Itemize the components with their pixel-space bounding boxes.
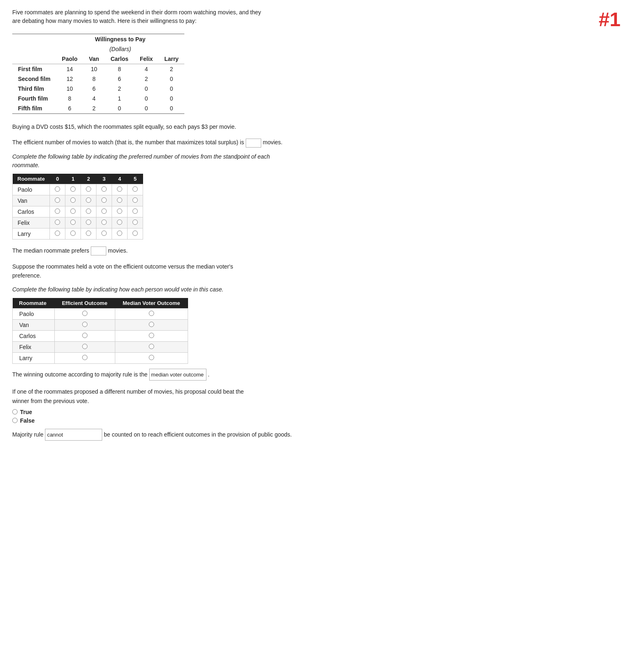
- vote-row-name: Larry: [13, 352, 55, 363]
- vote-cell[interactable]: [54, 319, 115, 330]
- radio-cell[interactable]: [112, 184, 128, 195]
- roommate-radio-Carlos-0[interactable]: [55, 208, 60, 214]
- radio-cell[interactable]: [112, 206, 128, 217]
- roommate-radio-Van-2[interactable]: [86, 197, 91, 203]
- roommate-radio-Carlos-2[interactable]: [86, 208, 91, 214]
- radio-cell[interactable]: [50, 228, 65, 239]
- roommate-radio-Paolo-4[interactable]: [117, 186, 122, 192]
- roommate-radio-Larry-5[interactable]: [132, 231, 138, 236]
- majority-dropdown-wrapper[interactable]: cannot can cannot: [45, 429, 102, 441]
- radio-col-header: 1: [65, 174, 81, 184]
- roommate-radio-Paolo-3[interactable]: [101, 186, 107, 192]
- radio-cell[interactable]: [81, 228, 96, 239]
- roommate-radio-Larry-1[interactable]: [70, 231, 76, 236]
- vote-cell[interactable]: [115, 341, 188, 352]
- vote-radio-Carlos-median[interactable]: [149, 333, 154, 338]
- radio-cell[interactable]: [96, 184, 112, 195]
- radio-cell[interactable]: [65, 195, 81, 206]
- roommate-radio-Carlos-3[interactable]: [101, 208, 107, 214]
- wtp-tbody: First film1410842Second film128620Third …: [12, 64, 184, 114]
- radio-cell[interactable]: [65, 217, 81, 228]
- winning-dropdown-wrapper[interactable]: median voter outcome efficient outcome m…: [149, 369, 206, 381]
- roommate-radio-Felix-4[interactable]: [117, 220, 122, 225]
- vote-radio-Carlos-efficient[interactable]: [82, 333, 87, 338]
- roommate-radio-Van-4[interactable]: [117, 197, 122, 203]
- efficient-input[interactable]: [246, 139, 261, 148]
- roommate-radio-Van-3[interactable]: [101, 197, 107, 203]
- radio-cell[interactable]: [65, 206, 81, 217]
- radio-cell[interactable]: [96, 228, 112, 239]
- roommate-radio-Larry-4[interactable]: [117, 231, 122, 236]
- wtp-header-main: Willingness to Pay: [56, 34, 184, 44]
- radio-cell[interactable]: [128, 228, 143, 239]
- roommate-radio-Van-5[interactable]: [132, 197, 138, 203]
- wtp-header-sub: (Dollars): [56, 44, 184, 54]
- false-radio[interactable]: [12, 418, 18, 423]
- vote-cell[interactable]: [115, 319, 188, 330]
- majority-dropdown[interactable]: cannot: [45, 429, 102, 441]
- vote-cell[interactable]: [115, 330, 188, 341]
- vote-radio-Larry-median[interactable]: [149, 355, 154, 360]
- intro-line1: Five roommates are planning to spend the…: [12, 9, 261, 16]
- vote-cell[interactable]: [54, 330, 115, 341]
- roommate-radio-Larry-3[interactable]: [101, 231, 107, 236]
- roommate-radio-Larry-2[interactable]: [86, 231, 91, 236]
- winning-dropdown[interactable]: median voter outcome: [149, 369, 206, 381]
- radio-cell[interactable]: [96, 206, 112, 217]
- radio-cell[interactable]: [81, 184, 96, 195]
- roommate-radio-Paolo-1[interactable]: [70, 186, 76, 192]
- wtp-cell: 0: [159, 74, 184, 84]
- roommate-radio-Felix-1[interactable]: [70, 220, 76, 225]
- radio-cell[interactable]: [128, 195, 143, 206]
- roommate-radio-Carlos-5[interactable]: [132, 208, 138, 214]
- radio-cell[interactable]: [96, 195, 112, 206]
- roommate-radio-Felix-3[interactable]: [101, 220, 107, 225]
- vote-cell[interactable]: [115, 352, 188, 363]
- vote-radio-Larry-efficient[interactable]: [82, 355, 87, 360]
- radio-cell[interactable]: [65, 184, 81, 195]
- vote-radio-Paolo-median[interactable]: [149, 311, 154, 316]
- radio-cell[interactable]: [81, 206, 96, 217]
- roommate-radio-Felix-2[interactable]: [86, 220, 91, 225]
- radio-cell[interactable]: [96, 217, 112, 228]
- vote-radio-Felix-efficient[interactable]: [82, 344, 87, 349]
- roommate-radio-Van-1[interactable]: [70, 197, 76, 203]
- vote-cell[interactable]: [54, 308, 115, 319]
- vote-radio-Paolo-efficient[interactable]: [82, 311, 87, 316]
- radio-cell[interactable]: [128, 206, 143, 217]
- radio-cell[interactable]: [50, 217, 65, 228]
- radio-cell[interactable]: [128, 217, 143, 228]
- radio-cell[interactable]: [50, 184, 65, 195]
- radio-cell[interactable]: [128, 184, 143, 195]
- suppose-line1: Suppose the roommates held a vote on the…: [12, 263, 233, 270]
- roommate-radio-Carlos-1[interactable]: [70, 208, 76, 214]
- radio-cell[interactable]: [81, 195, 96, 206]
- roommate-radio-Van-0[interactable]: [55, 197, 60, 203]
- roommate-radio-Paolo-0[interactable]: [55, 186, 60, 192]
- radio-cell[interactable]: [50, 206, 65, 217]
- roommate-radio-Larry-0[interactable]: [55, 231, 60, 236]
- roommate-radio-Carlos-4[interactable]: [117, 208, 122, 214]
- vote-radio-Van-efficient[interactable]: [82, 322, 87, 327]
- vote-cell[interactable]: [54, 352, 115, 363]
- roommate-radio-Paolo-5[interactable]: [132, 186, 138, 192]
- roommate-radio-Paolo-2[interactable]: [86, 186, 91, 192]
- radio-cell[interactable]: [50, 195, 65, 206]
- roommate-radio-Felix-0[interactable]: [55, 220, 60, 225]
- vote-radio-Van-median[interactable]: [149, 322, 154, 327]
- radio-cell[interactable]: [65, 228, 81, 239]
- radio-row-name: Paolo: [13, 184, 50, 195]
- radio-cell[interactable]: [112, 228, 128, 239]
- true-radio[interactable]: [12, 409, 18, 414]
- false-option[interactable]: False: [12, 417, 629, 424]
- vote-col-header: Roommate: [13, 298, 55, 309]
- vote-cell[interactable]: [115, 308, 188, 319]
- radio-cell[interactable]: [81, 217, 96, 228]
- vote-cell[interactable]: [54, 341, 115, 352]
- roommate-radio-Felix-5[interactable]: [132, 220, 138, 225]
- radio-cell[interactable]: [112, 217, 128, 228]
- vote-radio-Felix-median[interactable]: [149, 344, 154, 349]
- radio-cell[interactable]: [112, 195, 128, 206]
- median-input[interactable]: [91, 246, 106, 255]
- true-option[interactable]: True: [12, 409, 629, 415]
